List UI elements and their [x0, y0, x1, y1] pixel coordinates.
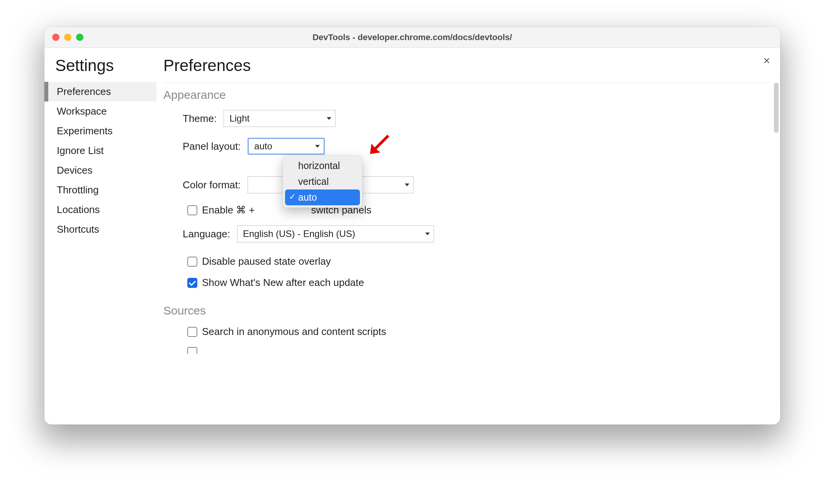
settings-sidebar: Settings Preferences Workspace Experimen… — [44, 48, 156, 425]
sidebar-item-shortcuts[interactable]: Shortcuts — [44, 220, 156, 239]
sidebar-item-label: Devices — [57, 164, 92, 176]
language-select[interactable]: English (US) - English (US) — [237, 225, 434, 242]
dropdown-option-horizontal[interactable]: horizontal — [285, 158, 360, 174]
language-select-value: English (US) - English (US) — [243, 228, 355, 239]
sidebar-item-ignore-list[interactable]: Ignore List — [44, 141, 156, 161]
partial-checkbox[interactable] — [187, 347, 197, 354]
language-row: Language: English (US) - English (US) — [183, 225, 769, 242]
sidebar-item-label: Workspace — [57, 105, 107, 117]
search-anon-row: Search in anonymous and content scripts — [187, 326, 769, 338]
panel-layout-row: Panel layout: auto horizontal vertical a… — [183, 138, 769, 155]
sidebar-item-experiments[interactable]: Experiments — [44, 121, 156, 141]
show-whats-new-row: Show What's New after each update — [187, 277, 769, 289]
sidebar-item-workspace[interactable]: Workspace — [44, 101, 156, 121]
sidebar-item-label: Ignore List — [57, 145, 104, 156]
theme-label: Theme: — [183, 113, 217, 125]
theme-select-value: Light — [229, 113, 249, 124]
panel-layout-dropdown: horizontal vertical auto — [283, 156, 362, 208]
theme-row: Theme: Light — [183, 110, 769, 127]
page-title: Preferences — [163, 56, 769, 83]
appearance-section-heading: Appearance — [163, 88, 769, 101]
window-title: DevTools - developer.chrome.com/docs/dev… — [44, 32, 780, 42]
dropdown-option-vertical[interactable]: vertical — [285, 174, 360, 189]
caret-down-icon — [425, 233, 430, 235]
color-format-row: Color format: — [183, 176, 769, 193]
traffic-lights — [52, 34, 83, 41]
search-anon-label: Search in anonymous and content scripts — [202, 326, 386, 338]
sidebar-item-label: Shortcuts — [57, 223, 99, 235]
disable-paused-overlay-label: Disable paused state overlay — [202, 255, 331, 267]
caret-down-icon — [405, 184, 409, 186]
search-anon-checkbox[interactable] — [187, 327, 197, 337]
sidebar-item-label: Experiments — [57, 125, 113, 137]
settings-content: × Settings Preferences Workspace Experim… — [44, 48, 780, 425]
show-whats-new-checkbox[interactable] — [187, 278, 197, 288]
window-close-button[interactable] — [52, 34, 59, 41]
devtools-settings-window: DevTools - developer.chrome.com/docs/dev… — [44, 27, 780, 425]
dropdown-option-auto[interactable]: auto — [285, 189, 360, 205]
enable-cmd-text-before: Enable ⌘ + — [202, 204, 255, 216]
partial-row — [187, 347, 769, 354]
dropdown-option-label: auto — [298, 192, 317, 203]
sidebar-item-devices[interactable]: Devices — [44, 161, 156, 180]
enable-cmd-switch-row: Enable ⌘ + switch panels — [187, 204, 769, 216]
enable-cmd-switch-checkbox[interactable] — [187, 205, 197, 215]
sidebar-item-label: Preferences — [57, 86, 111, 97]
titlebar: DevTools - developer.chrome.com/docs/dev… — [44, 27, 780, 48]
dropdown-option-label: vertical — [298, 176, 329, 187]
sources-section-heading: Sources — [163, 304, 769, 317]
dropdown-option-label: horizontal — [298, 160, 340, 171]
theme-select[interactable]: Light — [224, 110, 336, 127]
settings-main: Preferences Appearance Theme: Light Pane… — [156, 48, 780, 425]
sidebar-item-label: Throttling — [57, 184, 98, 196]
caret-down-icon — [315, 145, 320, 148]
language-label: Language: — [183, 228, 230, 240]
show-whats-new-label: Show What's New after each update — [202, 277, 364, 289]
sidebar-item-label: Locations — [57, 204, 100, 215]
sidebar-item-throttling[interactable]: Throttling — [44, 180, 156, 200]
panel-layout-label: Panel layout: — [183, 140, 241, 152]
color-format-label: Color format: — [183, 179, 241, 191]
sidebar-item-locations[interactable]: Locations — [44, 200, 156, 220]
window-minimize-button[interactable] — [64, 34, 71, 41]
panel-layout-select[interactable]: auto — [248, 138, 325, 155]
sidebar-item-preferences[interactable]: Preferences — [44, 82, 156, 101]
panel-layout-select-value: auto — [254, 141, 272, 152]
disable-paused-overlay-row: Disable paused state overlay — [187, 255, 769, 267]
caret-down-icon — [327, 117, 331, 120]
disable-paused-overlay-checkbox[interactable] — [187, 257, 197, 267]
window-maximize-button[interactable] — [76, 34, 83, 41]
sidebar-title: Settings — [44, 56, 156, 82]
